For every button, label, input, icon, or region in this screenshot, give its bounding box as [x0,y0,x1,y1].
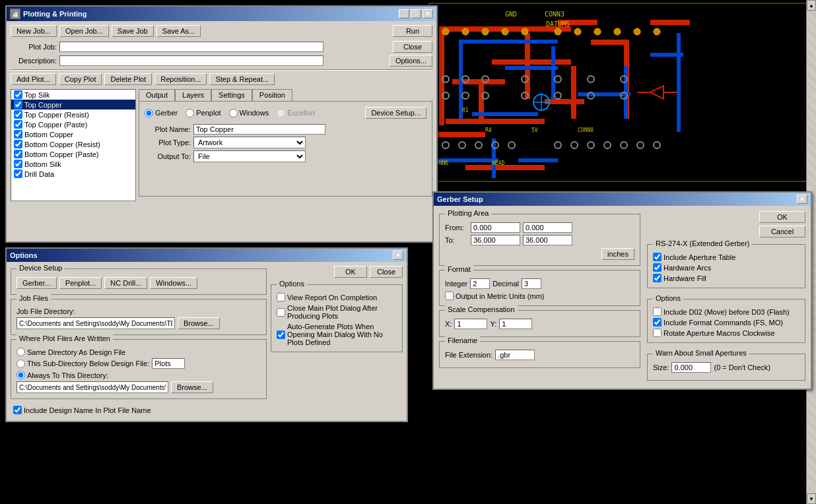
plot-name-input[interactable] [193,124,325,135]
from-y-input[interactable] [523,222,572,233]
close-main-plot-check[interactable] [277,308,285,317]
layer-top-silk-check[interactable] [14,90,22,99]
radio-windows[interactable] [229,109,238,117]
auto-generate-label-el[interactable]: Auto-Generate Plots When Opening Main Di… [277,323,397,346]
scale-y-input[interactable] [499,319,532,329]
sub-dir-label[interactable]: This Sub-Directory Below Design File: [17,360,149,368]
include-aperture-check[interactable] [653,253,662,261]
layer-top-copper-paste-check[interactable] [14,120,22,129]
always-dir-input[interactable] [17,381,168,393]
view-report-label[interactable]: View Report On Completion [277,293,397,301]
layer-bottom-silk-check[interactable] [14,160,22,168]
gerber-cancel-btn[interactable]: Cancel [759,226,805,237]
include-d02-check[interactable] [653,307,662,316]
scroll-up-btn[interactable]: ▲ [807,0,816,11]
always-dir-browse-btn[interactable]: Browse... [171,381,213,393]
integer-input[interactable] [470,278,490,289]
close-main-plot-label-el[interactable]: Close Main Plot Dialog After Producing P… [277,304,397,320]
windows-btn[interactable]: Windows... [150,277,197,289]
radio-penplot[interactable] [186,109,194,117]
job-file-dir-input[interactable] [17,317,175,329]
job-file-browse-btn[interactable]: Browse... [178,317,220,329]
plotting-close-btn[interactable]: ✕ [423,9,433,18]
layer-top-copper[interactable]: Top Copper [11,100,135,110]
layer-bottom-silk[interactable]: Bottom Silk [11,159,135,169]
auto-generate-check[interactable] [277,331,285,339]
same-dir-label[interactable]: Same Directory As Design File [17,348,261,356]
gerber-btn[interactable]: Gerber... [17,277,57,289]
rotate-aperture-check[interactable] [653,329,662,337]
inches-btn[interactable]: inches [601,248,634,260]
hardware-arcs-check[interactable] [653,263,662,272]
penplot-btn[interactable]: Penplot... [59,277,102,289]
close-btn[interactable]: Close [393,41,432,53]
hardware-arcs-label-el[interactable]: Hardware Arcs [653,263,799,272]
metric-check[interactable] [445,292,454,300]
scroll-down-btn[interactable]: ▼ [807,493,816,504]
radio-gerber[interactable] [145,109,153,117]
layer-drill-data[interactable]: Drill Data [11,169,135,179]
radio-windows-label[interactable]: Windows [229,109,269,117]
run-btn[interactable]: Run [393,25,432,37]
include-d02-label-el[interactable]: Include D02 (Move) before D03 (Flash) [653,307,799,316]
reposition-btn[interactable]: Reposition... [154,73,207,85]
add-plot-btn[interactable]: Add Plot... [11,73,56,85]
size-input[interactable] [671,362,711,373]
layer-top-copper-resist-check[interactable] [14,110,22,119]
options-close-btn[interactable]: Close [370,266,403,278]
from-x-input[interactable] [471,222,520,233]
sub-dir-radio[interactable] [17,360,25,368]
save-as-btn[interactable]: Save As... [156,25,201,37]
decimal-input[interactable] [522,278,541,289]
nc-drill-btn[interactable]: NC Drill... [104,277,147,289]
include-format-label-el[interactable]: Include Format Commands (FS, MO) [653,318,799,327]
radio-gerber-label[interactable]: Gerber [145,109,178,117]
layer-bottom-copper-resist[interactable]: Bottom Copper (Resist) [11,139,135,149]
metric-label-el[interactable]: Output in Metric Units (mm) [445,292,634,300]
step-repeat-btn[interactable]: Step & Repeat... [209,73,275,85]
sub-dir-input[interactable] [152,358,185,369]
device-setup-btn[interactable]: Device Setup... [365,107,426,119]
plotting-maximize-btn[interactable]: □ [411,9,421,18]
file-ext-input[interactable] [495,350,535,360]
options-btn[interactable]: Options... [390,55,432,67]
always-dir-label[interactable]: Always To This Directory: [17,371,261,379]
radio-excellon-label[interactable]: Excellon [277,109,315,117]
layer-bottom-copper-resist-check[interactable] [14,140,22,148]
plotting-minimize-btn[interactable]: _ [399,9,409,18]
copy-plot-btn[interactable]: Copy Plot [59,73,102,85]
include-design-name-check[interactable] [13,406,22,414]
open-job-btn[interactable]: Open Job... [59,25,109,37]
hardware-fill-label-el[interactable]: Hardware Fill [653,274,799,282]
include-design-name-label[interactable]: Include Design Name In Plot File Name [13,406,264,414]
delete-plot-btn[interactable]: Delete Plot [104,73,152,85]
options-close-x-btn[interactable]: ✕ [393,251,403,260]
layer-top-copper-check[interactable] [14,100,22,109]
layer-bottom-copper[interactable]: Bottom Copper [11,129,135,139]
include-format-check[interactable] [653,318,662,327]
layer-top-copper-paste[interactable]: Top Copper (Paste) [11,119,135,129]
same-dir-radio[interactable] [17,348,25,356]
layer-bottom-copper-paste[interactable]: Bottom Copper (Paste) [11,149,135,159]
rotate-aperture-label-el[interactable]: Rotate Aperture Macros Clockwise [653,329,799,337]
include-aperture-label-el[interactable]: Include Aperture Table [653,253,799,261]
gerber-ok-btn[interactable]: OK [759,211,805,223]
view-report-check[interactable] [277,293,285,301]
save-job-btn[interactable]: Save Job [112,25,154,37]
plot-job-input[interactable] [59,42,323,52]
layer-bottom-copper-check[interactable] [14,130,22,139]
layer-listbox[interactable]: Top Silk Top Copper Top Copper (Resist) … [11,89,136,201]
output-to-select[interactable]: File [193,150,306,162]
tab-position[interactable]: Position [252,89,292,101]
options-ok-btn[interactable]: OK [334,266,367,278]
to-x-input[interactable] [471,235,520,245]
layer-drill-data-check[interactable] [14,170,22,178]
tab-output[interactable]: Output [139,89,175,101]
gerber-close-x-btn[interactable]: ✕ [797,195,807,204]
layer-bottom-copper-paste-check[interactable] [14,150,22,158]
layer-top-silk[interactable]: Top Silk [11,90,135,100]
new-job-btn[interactable]: New Job... [11,25,57,37]
to-y-input[interactable] [523,235,572,245]
plot-type-select[interactable]: Artwork [193,137,306,148]
always-dir-radio[interactable] [17,371,25,379]
